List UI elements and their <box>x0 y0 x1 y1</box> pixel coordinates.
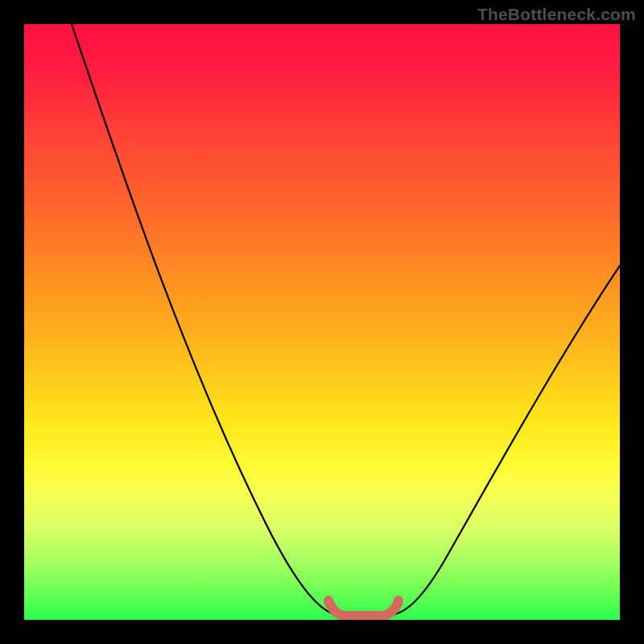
plot-area <box>24 24 620 620</box>
watermark-text: TheBottleneck.com <box>477 5 636 24</box>
bottleneck-curve <box>72 24 620 616</box>
chart-frame: TheBottleneck.com <box>0 0 644 644</box>
flat-bottom-highlight <box>328 601 398 616</box>
curve-layer <box>24 24 620 620</box>
